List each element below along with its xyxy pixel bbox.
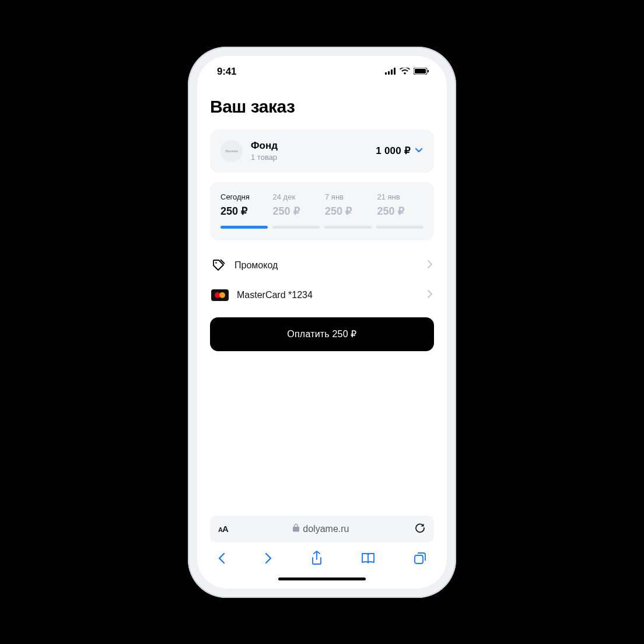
phone-frame: 9:41 Ваш заказ Логотип Фонд bbox=[188, 47, 456, 598]
battery-icon bbox=[414, 66, 429, 77]
forward-icon[interactable] bbox=[264, 551, 273, 568]
merchant-card[interactable]: Логотип Фонд 1 товар 1 000 ₽ bbox=[210, 130, 434, 173]
svg-point-7 bbox=[215, 262, 217, 264]
wifi-icon bbox=[400, 66, 410, 77]
svg-rect-6 bbox=[428, 70, 429, 72]
schedule-bar bbox=[376, 226, 424, 229]
svg-rect-8 bbox=[415, 555, 423, 564]
browser-chrome: AA dolyame.ru bbox=[197, 516, 447, 589]
reload-icon[interactable] bbox=[414, 522, 426, 536]
pay-button-label: Оплатить 250 ₽ bbox=[287, 328, 356, 340]
status-icons bbox=[385, 66, 429, 77]
merchant-amount-group: 1 000 ₽ bbox=[376, 145, 424, 157]
merchant-logo: Логотип bbox=[220, 140, 243, 162]
schedule-amount: 250 ₽ bbox=[325, 205, 372, 218]
address-bar[interactable]: AA dolyame.ru bbox=[210, 516, 434, 542]
schedule-progress bbox=[220, 226, 424, 229]
page-title: Ваш заказ bbox=[210, 97, 434, 117]
chevron-down-icon[interactable] bbox=[414, 145, 424, 157]
schedule-cell: 21 янв 250 ₽ bbox=[377, 192, 424, 218]
schedule-label: 21 янв bbox=[377, 192, 424, 201]
schedule-bar bbox=[324, 226, 372, 229]
tabs-icon[interactable] bbox=[413, 551, 427, 568]
svg-rect-2 bbox=[391, 69, 393, 75]
browser-toolbar bbox=[210, 542, 434, 574]
address-domain: dolyame.ru bbox=[303, 524, 349, 534]
status-time: 9:41 bbox=[217, 66, 236, 78]
status-bar: 9:41 bbox=[197, 56, 447, 88]
schedule-label: 24 дек bbox=[273, 192, 320, 201]
schedule-bar bbox=[272, 226, 320, 229]
schedule-amount: 250 ₽ bbox=[377, 205, 424, 218]
payment-method-row[interactable]: MasterCard *1234 bbox=[210, 285, 434, 313]
pay-button[interactable]: Оплатить 250 ₽ bbox=[210, 317, 434, 351]
svg-rect-1 bbox=[388, 71, 390, 75]
merchant-subtitle: 1 товар bbox=[251, 153, 368, 162]
schedule-cell: Сегодня 250 ₽ bbox=[220, 192, 267, 218]
mastercard-icon bbox=[211, 289, 229, 301]
svg-rect-0 bbox=[385, 72, 387, 75]
address-bar-text: dolyame.ru bbox=[234, 524, 408, 534]
home-indicator[interactable] bbox=[278, 578, 366, 580]
svg-rect-3 bbox=[394, 68, 396, 75]
cellular-signal-icon bbox=[385, 66, 396, 77]
promo-row[interactable]: Промокод bbox=[210, 246, 434, 285]
page-content: Ваш заказ Логотип Фонд 1 товар 1 000 ₽ bbox=[197, 88, 447, 516]
schedule-cell: 24 дек 250 ₽ bbox=[273, 192, 320, 218]
schedule-label: 7 янв bbox=[325, 192, 372, 201]
payment-method-label: MasterCard *1234 bbox=[237, 290, 419, 300]
merchant-name: Фонд bbox=[251, 140, 368, 152]
bookmarks-icon[interactable] bbox=[360, 552, 376, 567]
back-icon[interactable] bbox=[217, 551, 226, 568]
schedule-amount: 250 ₽ bbox=[220, 205, 267, 218]
payment-schedule: Сегодня 250 ₽ 24 дек 250 ₽ 7 янв 250 ₽ 2… bbox=[210, 182, 434, 240]
price-tag-icon bbox=[211, 258, 226, 273]
lock-icon bbox=[293, 524, 299, 534]
schedule-label: Сегодня bbox=[220, 192, 267, 201]
promo-label: Промокод bbox=[235, 260, 419, 271]
share-icon[interactable] bbox=[310, 551, 323, 568]
phone-screen: 9:41 Ваш заказ Логотип Фонд bbox=[197, 56, 447, 589]
merchant-amount: 1 000 ₽ bbox=[376, 145, 411, 157]
chevron-right-icon bbox=[427, 289, 433, 301]
schedule-bar-active bbox=[220, 226, 268, 229]
chevron-right-icon bbox=[427, 260, 433, 271]
merchant-text: Фонд 1 товар bbox=[251, 140, 368, 162]
schedule-amount: 250 ₽ bbox=[273, 205, 320, 218]
schedule-cell: 7 янв 250 ₽ bbox=[325, 192, 372, 218]
svg-rect-5 bbox=[415, 69, 426, 74]
text-size-button[interactable]: AA bbox=[218, 524, 228, 534]
